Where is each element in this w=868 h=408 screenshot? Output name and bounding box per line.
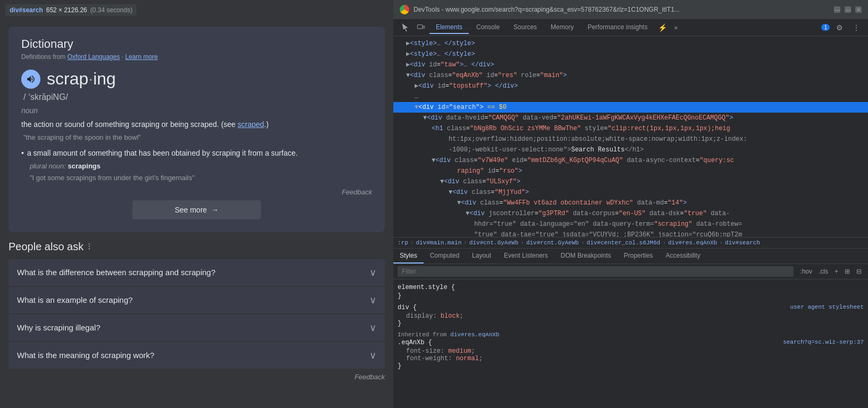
devtools-title: DevTools - www.google.com/search?q=scrap… [414, 6, 830, 13]
paa-options-icon[interactable]: ⁝ [88, 241, 91, 252]
tree-line-style2[interactable]: ▶<style>… </style> [393, 49, 868, 60]
font-size-prop: font-size: medium; [398, 347, 864, 355]
tree-line-h1[interactable]: <h1 class="bNg8Rb OhScic zsYMMe BBwThe" … [393, 123, 868, 134]
speaker-button[interactable] [21, 70, 40, 89]
see-more-label: See more [175, 206, 207, 214]
tree-line-h1-cont1: ht:1px;overflow:hidden;position:absolute… [393, 134, 868, 144]
device-toolbar-icon[interactable] [414, 20, 428, 35]
breadcrumb-main[interactable]: div#main.main [416, 240, 461, 246]
hov-button[interactable]: :hov [798, 267, 814, 276]
tree-line-v7w49e[interactable]: ▼<div class="v7W49e" eid="mmtDZb6gK_KGpt… [393, 155, 868, 166]
styles-tab-layout[interactable]: Layout [466, 249, 498, 264]
paa-question-1: What is an example of scraping? [17, 295, 133, 304]
element-style-rule: element.style { } [398, 284, 864, 300]
feedback-bottom: Feedback [9, 373, 385, 381]
styles-tab-styles[interactable]: Styles [393, 249, 424, 264]
breadcrumb-cnt[interactable]: div#cnt.GyAeWb [469, 240, 518, 246]
tree-line-v7w49e-cont: raping" id="rso"> [393, 166, 868, 176]
tree-line-jsctrl[interactable]: ▼<div jscontroller="g3PTRd" data-corpus=… [393, 208, 868, 219]
tree-line-res[interactable]: ▼<div class="eqAnXb" id="res" role="main… [393, 70, 868, 81]
tree-line-topstuff[interactable]: ▶<div id="topstuff"> </div> [393, 81, 868, 91]
see-more-row: See more → [21, 200, 372, 219]
oxford-link[interactable]: Oxford Languages [68, 53, 120, 61]
elements-tree[interactable]: ▶<style>… </style> ▶<style>… </style> ▶<… [393, 36, 868, 237]
element-tooltip: div#search 652 × 2126.26 (0.34 seconds) [5, 4, 137, 16]
styles-filter-input[interactable] [398, 266, 794, 277]
breadcrumb-res[interactable]: div#res.eqAnXb [668, 240, 717, 246]
breadcrumb-search[interactable]: div#search [725, 240, 760, 246]
phonetic: / ˈskrāpiNG/ [21, 92, 372, 102]
tree-line-h1-cont2: -1000;-webkit-user-select:none">Search R… [393, 144, 868, 155]
minimize-button[interactable]: — [834, 6, 840, 13]
tab-elements[interactable]: Elements [429, 21, 469, 34]
dictionary-source: Definitions from Oxford Languages · Lear… [21, 53, 372, 61]
breadcrumb-rcnt[interactable]: div#rcnt.GyAeWb [526, 240, 579, 246]
perf-icon[interactable]: ⚡ [655, 20, 670, 35]
close-button[interactable]: ✕ [855, 6, 862, 13]
tree-line-jsctrl-cont1: hhdr="true" data-language="en" data-quer… [393, 219, 868, 230]
tree-line-datahveid[interactable]: ▼<div data-hveid="CAMQGQ" data-ved="2ahU… [393, 113, 868, 123]
eqanxb-close: } [398, 362, 864, 370]
more-tabs-button[interactable]: » [671, 22, 681, 33]
cls-button[interactable]: .cls [816, 267, 830, 276]
inherited-from-link[interactable]: div#res.eqAnXb [450, 332, 499, 338]
settings-icon[interactable]: ⚙ [832, 20, 847, 35]
tab-memory[interactable]: Memory [544, 21, 580, 34]
new-style-button[interactable]: ⊞ [842, 267, 852, 276]
tree-line-ww4ffb[interactable]: ▼<div class="Ww4FFb vt6azd obcontainer w… [393, 198, 868, 208]
sub-definition: plural noun: scrapings [21, 161, 372, 172]
toggle-button[interactable]: ⊟ [854, 267, 864, 276]
styles-tab-event-listeners[interactable]: Event Listeners [498, 249, 554, 264]
toolbar-right: 1 ⚙ ⋮ [820, 20, 864, 35]
styles-tab-properties[interactable]: Properties [618, 249, 660, 264]
tree-line-ellipsis[interactable]: … [393, 91, 868, 102]
devtools-toolbar: Elements Console Sources Memory Performa… [393, 19, 868, 36]
definition-2: a small amount of something that has bee… [21, 148, 372, 159]
tab-console[interactable]: Console [470, 21, 506, 34]
styles-content: element.style { } user agent stylesheet … [393, 279, 868, 408]
chevron-icon-3: ∨ [369, 350, 376, 361]
chevron-icon-0: ∨ [369, 267, 376, 278]
dictionary-title: Dictionary [21, 37, 372, 51]
definition-1: the action or sound of something scrapin… [21, 119, 372, 130]
add-style-button[interactable]: + [832, 267, 840, 276]
styles-tab-accessibility[interactable]: Accessibility [659, 249, 706, 264]
people-also-ask-section: People also ask ⁝ What is the difference… [9, 241, 385, 369]
tree-line-mjjyud[interactable]: ▼<div class="MjjYud"> [393, 187, 868, 198]
chevron-icon-2: ∨ [369, 322, 376, 334]
cursor-icon[interactable] [398, 20, 412, 35]
devtools-breadcrumb: :rp › div#main.main › div#cnt.GyAeWb › d… [393, 237, 868, 249]
tab-sources[interactable]: Sources [507, 21, 543, 34]
see-more-button[interactable]: See more → [132, 200, 262, 219]
styles-tab-computed[interactable]: Computed [424, 249, 466, 264]
tree-line-taw[interactable]: ▶<div id="taw">… </div> [393, 60, 868, 70]
tooltip-selector: div#search [10, 6, 43, 14]
tab-performance[interactable]: Performance insights [581, 21, 654, 34]
learn-more-link[interactable]: Learn more [125, 53, 157, 61]
feedback-label: Feedback [21, 188, 372, 196]
breadcrumb-rp[interactable]: :rp [398, 240, 408, 246]
paa-item-3[interactable]: What is the meaning of scraping work? ∨ [9, 342, 385, 369]
paa-item-1[interactable]: What is an example of scraping? ∨ [9, 287, 385, 313]
arrow-icon: → [211, 206, 218, 214]
div-useragent-rule: user agent stylesheet div { display: blo… [398, 304, 864, 327]
part-of-speech: noun [21, 106, 372, 115]
tooltip-dimensions: 652 × 2126.26 [46, 6, 87, 14]
styles-tab-dom-breakpoints[interactable]: DOM Breakpoints [554, 249, 618, 264]
eqanxb-source[interactable]: search?q=sc.wiz-serp:37 [783, 339, 864, 345]
eqanxb-rule: search?q=sc.wiz-serp:37 .eqAnXb { font-s… [398, 339, 864, 370]
breadcrumb-center-col[interactable]: div#center_col.s6JM6d [587, 240, 661, 246]
tree-line-style1[interactable]: ▶<style>… </style> [393, 38, 868, 49]
paa-question-3: What is the meaning of scraping work? [17, 351, 154, 360]
devtools-styles-panel: Styles Computed Layout Event Listeners D… [393, 249, 868, 408]
scraped-link[interactable]: scraped [238, 120, 264, 129]
maximize-button[interactable]: ▭ [845, 6, 851, 13]
tree-line-search-selected[interactable]: ▼<div id="search"> == $0 [393, 102, 868, 113]
tree-line-ulsxyf[interactable]: ▼<div class="ULSxyf"> [393, 176, 868, 187]
more-options-icon[interactable]: ⋮ [849, 20, 864, 35]
tree-line-jsctrl-cont2: "true" data-tae="true" jsdata="VCUYVd;_;… [393, 230, 868, 237]
paa-item-0[interactable]: What is the difference between scrapping… [9, 259, 385, 286]
element-style-close: } [398, 292, 864, 300]
paa-item-2[interactable]: Why is scraping illegal? ∨ [9, 314, 385, 341]
word-row: scrap·ing [21, 69, 372, 89]
